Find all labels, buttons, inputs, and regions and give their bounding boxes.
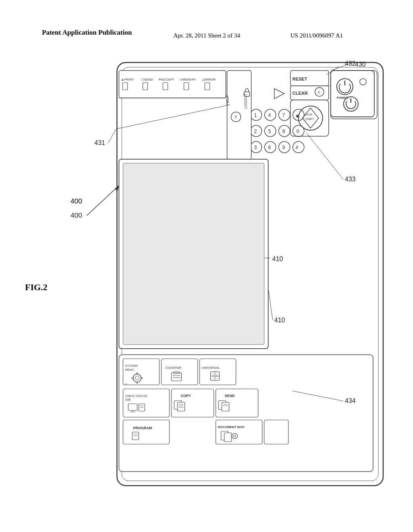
svg-text:6: 6: [268, 145, 271, 150]
svg-text:3: 3: [254, 145, 257, 150]
svg-text:RESET: RESET: [292, 77, 307, 81]
svg-text:#: #: [296, 145, 298, 150]
svg-text:✱: ✱: [296, 114, 299, 118]
svg-rect-71: [123, 163, 264, 345]
svg-text:CLEAR: CLEAR: [292, 91, 308, 96]
svg-text:◇MEMORY: ◇MEMORY: [179, 78, 197, 81]
svg-rect-121: [123, 420, 169, 444]
svg-text:434: 434: [345, 397, 356, 404]
svg-text:C: C: [318, 90, 321, 94]
svg-rect-142: [331, 71, 374, 117]
svg-text:8: 8: [282, 129, 285, 134]
svg-text:?: ?: [234, 115, 237, 120]
svg-rect-52: [227, 71, 251, 159]
svg-text:2: 2: [254, 129, 257, 134]
svg-text:410: 410: [274, 317, 285, 324]
svg-text:9: 9: [282, 145, 285, 150]
svg-text:POWER: POWER: [337, 96, 348, 100]
svg-text:433: 433: [345, 176, 356, 183]
svg-text:△ERROR: △ERROR: [202, 78, 216, 81]
svg-rect-132: [264, 420, 288, 444]
svg-rect-118: [222, 402, 229, 411]
svg-text:UNIVERSAL: UNIVERSAL: [202, 366, 220, 370]
svg-text:SYSTEM: SYSTEM: [125, 364, 138, 368]
svg-text:COUNTER: COUNTER: [165, 366, 181, 370]
svg-line-134: [108, 129, 116, 143]
svg-text:START: START: [305, 118, 314, 121]
svg-text:STOP: STOP: [305, 113, 313, 116]
svg-text:PROGRAM: PROGRAM: [133, 426, 152, 430]
svg-text:MENU: MENU: [125, 368, 134, 372]
svg-rect-129: [224, 433, 232, 442]
svg-text:⬡SEND: ⬡SEND: [141, 78, 153, 81]
svg-text:▲PRINT: ▲PRINT: [121, 78, 134, 81]
svg-rect-111: [177, 402, 185, 411]
svg-line-2: [87, 185, 119, 216]
patent-drawing: 400 POWER B o RESET CLEAR C: [0, 0, 413, 532]
svg-rect-76: [123, 359, 159, 385]
svg-text:DOCUMENT BOX: DOCUMENT BOX: [218, 425, 244, 429]
svg-text:7: 7: [282, 112, 285, 118]
svg-text:410: 410: [272, 256, 283, 262]
svg-text:✉ACCEPT: ✉ACCEPT: [159, 78, 175, 81]
svg-text:5: 5: [268, 129, 271, 134]
svg-text:JOB: JOB: [125, 398, 131, 401]
svg-text:SEND: SEND: [225, 394, 235, 398]
svg-text:431: 431: [94, 139, 105, 146]
svg-rect-99: [123, 389, 169, 417]
svg-text:⊛: ⊛: [125, 383, 127, 385]
svg-text:1: 1: [254, 112, 257, 118]
svg-text:0: 0: [296, 129, 299, 134]
ref-num-400: 400: [71, 212, 82, 219]
svg-text:CHECK STATUS/: CHECK STATUS/: [125, 395, 147, 397]
svg-text:430: 430: [355, 61, 366, 68]
svg-text:4: 4: [268, 112, 271, 118]
svg-text:COPY: COPY: [181, 394, 191, 398]
svg-rect-126: [216, 420, 262, 444]
